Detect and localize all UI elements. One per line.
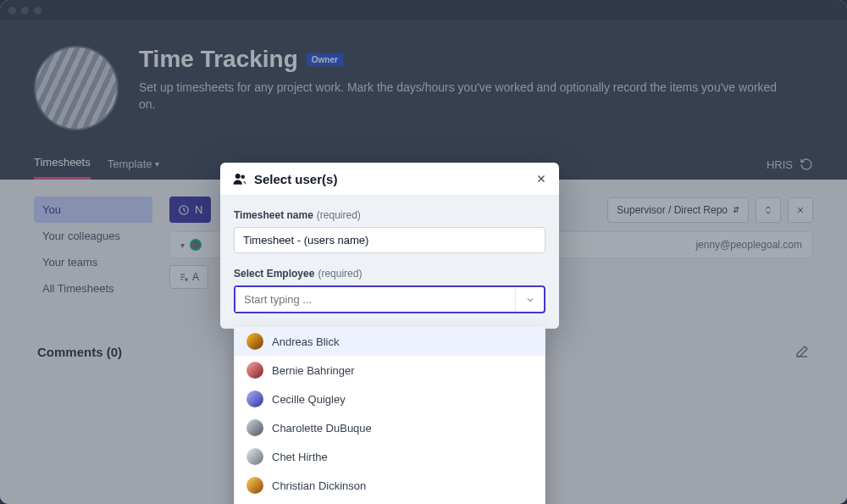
option-label: Christian Dickinson — [272, 479, 366, 492]
avatar — [246, 448, 263, 465]
select-users-modal: Select user(s) Timesheet name(required) … — [220, 163, 559, 329]
employee-dropdown: Andreas Blick Bernie Bahringer Cecille Q… — [234, 327, 545, 504]
employee-combobox-input[interactable] — [235, 287, 515, 312]
chevron-down-icon — [525, 295, 535, 305]
svg-point-2 — [241, 175, 246, 180]
option-label: Andreas Blick — [272, 335, 339, 348]
employee-required: (required) — [318, 268, 362, 280]
employee-option[interactable]: Daniel Smith — [235, 500, 545, 504]
employee-label: Select Employee — [234, 268, 314, 280]
option-label: Chet Hirthe — [272, 451, 328, 463]
modal-close-button[interactable] — [535, 173, 547, 185]
avatar — [246, 333, 263, 350]
avatar — [246, 419, 263, 436]
avatar — [246, 390, 263, 407]
combobox-toggle[interactable] — [515, 287, 544, 312]
avatar — [246, 477, 263, 494]
employee-option[interactable]: Chet Hirthe — [235, 442, 545, 471]
employee-option[interactable]: Christian Dickinson — [235, 471, 545, 500]
employee-option[interactable]: Bernie Bahringer — [235, 356, 545, 385]
option-label: Charolette DuBuque — [272, 422, 372, 435]
svg-point-1 — [235, 174, 241, 179]
employee-option[interactable]: Charolette DuBuque — [235, 413, 545, 442]
avatar — [246, 362, 263, 379]
name-required: (required) — [317, 209, 361, 221]
name-label: Timesheet name — [234, 209, 313, 221]
employee-option[interactable]: Cecille Quigley — [235, 385, 545, 413]
modal-title: Select user(s) — [254, 172, 337, 186]
employee-option[interactable]: Andreas Blick — [235, 327, 545, 356]
option-label: Bernie Bahringer — [272, 364, 355, 377]
option-label: Cecille Quigley — [272, 393, 346, 406]
users-icon — [232, 171, 247, 186]
timesheet-name-input[interactable] — [234, 227, 545, 253]
